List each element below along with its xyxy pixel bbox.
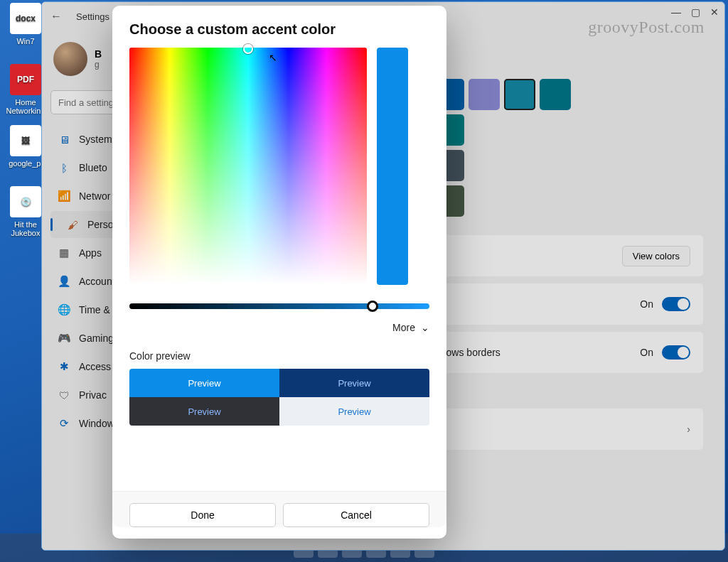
preview-cell: Preview bbox=[279, 369, 429, 397]
slider-knob[interactable] bbox=[367, 301, 378, 312]
more-button[interactable]: More ⌄ bbox=[129, 322, 429, 333]
preview-grid: Preview Preview Preview Preview bbox=[129, 369, 429, 426]
preview-cell: Preview bbox=[129, 397, 279, 426]
preview-cell: Preview bbox=[129, 369, 279, 397]
watermark: groovyPost.com bbox=[588, 18, 705, 37]
value-slider[interactable] bbox=[129, 303, 429, 309]
color-spectrum[interactable]: ↖ bbox=[129, 48, 367, 285]
cursor-icon: ↖ bbox=[269, 52, 277, 63]
more-label: More bbox=[392, 322, 415, 333]
dialog-title: Choose a custom accent color bbox=[129, 21, 429, 38]
preview-cell: Preview bbox=[279, 397, 429, 426]
spectrum-thumb[interactable] bbox=[243, 44, 253, 54]
preview-section-label: Color preview bbox=[129, 350, 429, 362]
selected-color-strip bbox=[377, 48, 408, 285]
done-button[interactable]: Done bbox=[129, 503, 276, 527]
color-picker-dialog: Choose a custom accent color ↖ More ⌄ Co… bbox=[112, 6, 446, 539]
cancel-button[interactable]: Cancel bbox=[283, 503, 429, 527]
chevron-down-icon: ⌄ bbox=[421, 322, 429, 333]
